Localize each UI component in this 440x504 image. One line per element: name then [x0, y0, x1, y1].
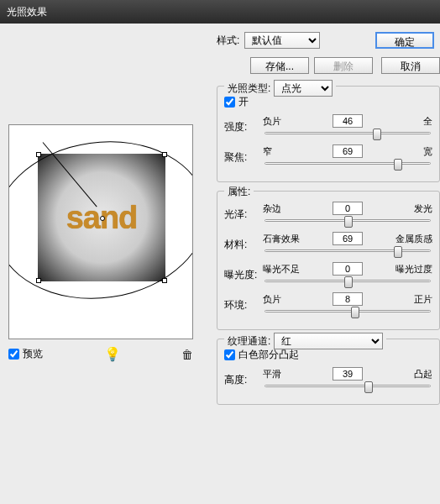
material-value[interactable]: [333, 232, 363, 245]
preview-checkbox-wrap[interactable]: 预览: [8, 347, 43, 361]
ok-button[interactable]: 确定: [375, 32, 434, 49]
exposure-value[interactable]: [333, 262, 363, 276]
style-label: 样式:: [217, 34, 239, 48]
focus-slider[interactable]: 聚焦: 窄 宽: [224, 144, 432, 170]
delete-button[interactable]: 删除: [314, 57, 373, 74]
properties-legend: 属性:: [228, 185, 250, 199]
save-button[interactable]: 存储...: [250, 57, 309, 74]
ambience-slider[interactable]: 环境: 负片正片: [224, 292, 432, 318]
dialog-title: 光照效果: [7, 5, 47, 19]
white-high-label: 白色部分凸起: [238, 348, 299, 362]
light-type-group: 光照类型: 点光 开 强度: 负片 全: [217, 86, 440, 182]
light-type-select[interactable]: 点光: [274, 80, 333, 97]
material-slider[interactable]: 材料: 石膏效果金属质感: [224, 232, 432, 257]
white-high-checkbox[interactable]: [224, 349, 235, 360]
light-type-legend: 光照类型:: [228, 81, 270, 96]
height-slider[interactable]: 高度: 平滑凸起: [224, 367, 432, 392]
light-on-checkbox[interactable]: [224, 97, 235, 108]
texture-channel-select[interactable]: 红: [274, 333, 383, 349]
texture-legend: 纹理通道:: [228, 334, 270, 349]
preview-checkbox[interactable]: [8, 349, 19, 360]
focus-value[interactable]: [333, 144, 363, 158]
ambience-value[interactable]: [333, 292, 363, 306]
titlebar: 光照效果: [0, 0, 440, 24]
trash-icon[interactable]: 🗑: [181, 348, 193, 361]
intensity-value[interactable]: [333, 114, 363, 128]
gloss-value[interactable]: [333, 202, 363, 215]
cancel-button[interactable]: 取消: [381, 57, 440, 74]
style-select[interactable]: 默认值: [244, 32, 320, 49]
height-value[interactable]: [333, 367, 363, 381]
intensity-slider[interactable]: 强度: 负片 全: [224, 114, 432, 139]
texture-group: 纹理通道: 红 白色部分凸起 高度: 平滑凸起: [217, 339, 440, 405]
preview-checkbox-label: 预览: [23, 347, 43, 361]
exposure-slider[interactable]: 曝光度: 曝光不足曝光过度: [224, 262, 432, 287]
properties-group: 属性: 光泽: 杂边发光 材料: 石膏效果金属质感 曝光度: 曝光不足曝光过度: [217, 191, 440, 330]
preview-canvas[interactable]: sand: [8, 124, 193, 339]
gloss-slider[interactable]: 光泽: 杂边发光: [224, 202, 432, 227]
lightbulb-icon[interactable]: 💡: [104, 346, 121, 362]
light-on-label: 开: [238, 95, 249, 109]
preview-column: sand 预览 💡 🗑: [8, 32, 208, 504]
